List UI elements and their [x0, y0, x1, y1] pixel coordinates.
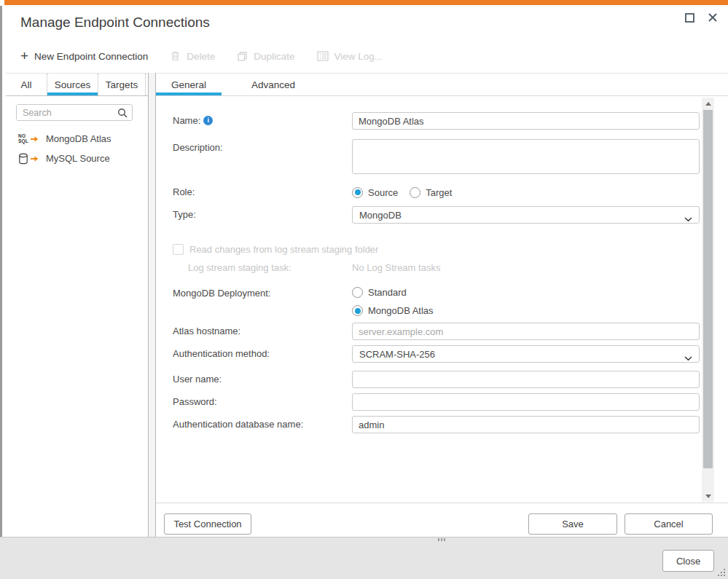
triangle-up-icon: [705, 102, 711, 106]
type-row: Type: MongoDB: [173, 206, 702, 224]
view-log-button: View Log...: [317, 51, 383, 62]
duplicate-button: Duplicate: [237, 51, 294, 62]
logstream-task-label: Log stream staging task:: [173, 261, 352, 275]
tab-general[interactable]: General: [156, 74, 222, 95]
tab-sources[interactable]: Sources: [47, 74, 98, 95]
dialog-title: Manage Endpoint Connections: [20, 15, 210, 31]
close-icon: [708, 12, 718, 23]
name-row: Name:: [173, 112, 702, 130]
save-button[interactable]: Save: [528, 513, 617, 535]
info-icon[interactable]: [203, 116, 213, 125]
type-select[interactable]: MongoDB: [352, 206, 700, 224]
description-row: Description:: [173, 139, 702, 177]
endpoint-item-mongodb-atlas[interactable]: MongoDB Atlas: [6, 129, 148, 149]
corner-resize-grip[interactable]: [724, 575, 725, 576]
name-label-text: Name:: [173, 115, 200, 126]
deployment-atlas-option[interactable]: MongoDB Atlas: [352, 305, 434, 316]
window-left-border: [0, 6, 2, 579]
radio-checked-icon: [352, 305, 363, 316]
role-source-option[interactable]: Source: [352, 187, 398, 198]
tab-all[interactable]: All: [6, 74, 47, 95]
delete-label: Delete: [187, 51, 215, 62]
authmethod-select[interactable]: SCRAM-SHA-256: [352, 345, 700, 363]
tab-advanced-label: Advanced: [251, 79, 295, 90]
role-row: Role: Source Target: [173, 186, 702, 199]
scrollbar-thumb[interactable]: [703, 110, 713, 468]
endpoint-item-mysql-source[interactable]: MySQL Source: [6, 149, 148, 168]
scrollbar-down-arrow[interactable]: [702, 490, 714, 502]
radio-unchecked-icon: [410, 187, 420, 198]
duplicate-label: Duplicate: [254, 51, 294, 62]
endpoint-list: MongoDB Atlas MySQL Source: [6, 129, 148, 168]
database-cylinder-icon: [18, 153, 28, 165]
endpoint-detail-panel: General Advanced Name: Description: Role…: [156, 73, 728, 503]
authdb-label: Authentication database name:: [173, 416, 352, 433]
nosql-source-icon: [18, 134, 46, 143]
role-target-option[interactable]: Target: [410, 187, 452, 198]
type-select-value: MongoDB: [359, 210, 402, 221]
authmethod-row: Authentication method: SCRAM-SHA-256: [173, 345, 702, 363]
tab-all-label: All: [20, 79, 31, 90]
cancel-button[interactable]: Cancel: [625, 513, 713, 535]
deployment-spacer: [173, 305, 352, 319]
plus-icon: +: [20, 50, 28, 62]
source-arrow-icon: [30, 135, 39, 143]
description-textarea[interactable]: [352, 139, 700, 174]
new-endpoint-connection-label: New Endpoint Connection: [34, 51, 148, 62]
dialog-footer: Close: [0, 537, 728, 579]
chevron-down-icon: [684, 213, 692, 224]
test-connection-button[interactable]: Test Connection: [164, 513, 251, 535]
hostname-label: Atlas hostname:: [173, 323, 352, 340]
database-source-icon: [18, 153, 46, 165]
trash-icon: [170, 50, 181, 62]
authdb-row: Authentication database name:: [173, 416, 702, 433]
tab-targets[interactable]: Targets: [98, 74, 146, 95]
logstream-task-row: Log stream staging task: No Log Stream t…: [173, 261, 702, 275]
password-label: Password:: [173, 393, 352, 411]
dialog-window: Manage Endpoint Connections + New Endpoi…: [0, 0, 728, 579]
role-source-label: Source: [368, 187, 398, 198]
tab-general-label: General: [171, 79, 206, 90]
close-dialog-button[interactable]: Close: [662, 550, 714, 572]
new-endpoint-connection-button[interactable]: + New Endpoint Connection: [20, 50, 148, 62]
deployment-standard-label: Standard: [368, 287, 407, 298]
username-row: User name:: [173, 371, 702, 388]
chevron-down-icon: [684, 352, 692, 363]
deployment-atlas-label: MongoDB Atlas: [368, 305, 434, 316]
view-log-icon: [317, 51, 329, 61]
resize-handle[interactable]: [438, 538, 439, 540]
username-input[interactable]: [352, 371, 700, 388]
tab-sources-label: Sources: [55, 79, 91, 90]
tab-targets-label: Targets: [106, 79, 138, 90]
accent-bar: [4, 0, 728, 5]
description-label: Description:: [173, 139, 352, 177]
password-input[interactable]: [352, 393, 700, 411]
logstream-checkbox-label: Read changes from log stream staging fol…: [189, 244, 378, 255]
deployment-label: MongoDB Deployment:: [173, 287, 352, 301]
name-input[interactable]: [352, 112, 700, 130]
close-button[interactable]: [708, 12, 718, 23]
panel-splitter[interactable]: [148, 73, 156, 537]
source-arrow-icon: [30, 155, 39, 162]
action-bar: Test Connection Save Cancel: [156, 503, 728, 537]
restore-button[interactable]: [685, 13, 694, 23]
logstream-task-value: No Log Stream tasks: [352, 261, 700, 275]
radio-checked-icon: [352, 187, 363, 198]
nosql-glyph: [18, 134, 28, 143]
hostname-row: Atlas hostname:: [173, 323, 702, 340]
endpoint-label: MongoDB Atlas: [46, 133, 111, 144]
scrollbar-up-arrow[interactable]: [702, 98, 714, 109]
detail-tabs: General Advanced: [156, 74, 728, 96]
role-target-label: Target: [426, 187, 452, 198]
authmethod-label: Authentication method:: [173, 345, 352, 363]
deployment-standard-option[interactable]: Standard: [352, 287, 407, 298]
search-input[interactable]: [17, 105, 111, 120]
radio-unchecked-icon: [352, 287, 363, 298]
atlas-hostname-input[interactable]: [352, 323, 700, 340]
general-form: Name: Description: Role: Source Target: [156, 96, 702, 503]
password-row: Password:: [173, 393, 702, 411]
authdb-input[interactable]: [352, 416, 700, 433]
sidebar-tabs: All Sources Targets: [6, 74, 148, 96]
form-scrollbar[interactable]: [702, 98, 714, 502]
tab-advanced[interactable]: Advanced: [240, 74, 306, 95]
